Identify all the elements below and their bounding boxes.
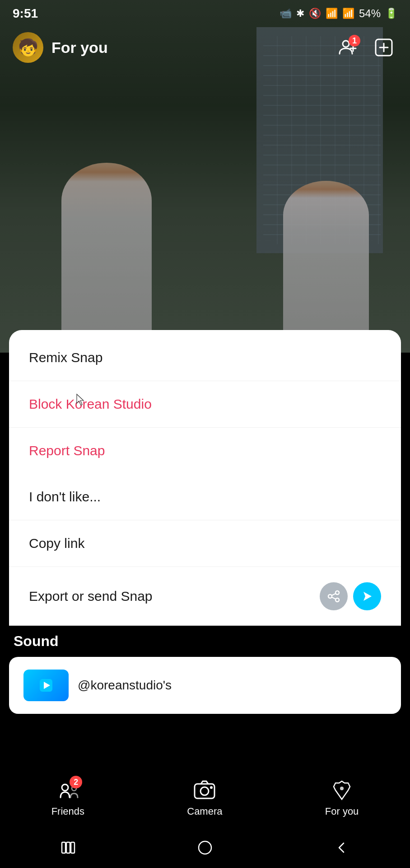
share-button[interactable] xyxy=(320,582,348,610)
context-menu: Remix Snap Block Korean Studio Report Sn… xyxy=(9,330,401,626)
camera-tab-label: Camera xyxy=(187,806,222,817)
status-bar: 9:51 📹 ✱ 🔇 📶 📶 54% 🔋 xyxy=(0,0,410,27)
menu-item-report[interactable]: Report Snap xyxy=(9,428,401,474)
svg-point-17 xyxy=(200,787,209,795)
report-label: Report Snap xyxy=(29,443,105,458)
for-you-tab-label: For you xyxy=(325,806,359,817)
svg-rect-24 xyxy=(71,842,75,853)
battery-icon: 🔋 xyxy=(385,8,397,19)
svg-rect-22 xyxy=(62,842,65,853)
menu-item-export[interactable]: Export or send Snap xyxy=(9,567,401,626)
send-icon xyxy=(360,589,374,604)
sound-card[interactable]: @koreanstudio's xyxy=(9,657,401,714)
top-nav: 🧒 For you 1 xyxy=(0,27,410,68)
svg-line-10 xyxy=(332,597,335,599)
svg-rect-23 xyxy=(66,842,70,853)
friend-request-badge: 1 xyxy=(349,35,360,47)
nav-right: 1 xyxy=(334,34,397,61)
menu-item-block[interactable]: Block Korean Studio xyxy=(9,381,401,428)
export-action-icons xyxy=(320,582,381,610)
back-icon xyxy=(334,840,350,856)
share-icon xyxy=(326,589,341,604)
svg-marker-11 xyxy=(363,592,372,601)
tab-for-you[interactable]: For you xyxy=(325,778,359,817)
tab-camera[interactable]: Camera xyxy=(187,778,222,817)
home-icon xyxy=(197,840,213,856)
nav-back[interactable] xyxy=(328,839,355,857)
nav-home[interactable] xyxy=(191,839,219,857)
svg-point-7 xyxy=(328,594,332,598)
copy-link-label: Copy link xyxy=(29,536,84,551)
svg-point-8 xyxy=(335,598,339,602)
page-title: For you xyxy=(51,39,108,57)
mute-icon: 🔇 xyxy=(309,8,321,19)
nav-left: 🧒 For you xyxy=(13,32,108,63)
camera-icon-container xyxy=(193,778,216,802)
wifi-icon: 📶 xyxy=(326,8,338,19)
sound-thumbnail xyxy=(23,670,69,701)
send-button[interactable] xyxy=(353,582,381,610)
status-icons: 📹 ✱ 🔇 📶 📶 54% 🔋 xyxy=(280,7,397,20)
svg-point-0 xyxy=(343,41,349,47)
avatar[interactable]: 🧒 xyxy=(13,32,43,63)
camera-icon: 📹 xyxy=(280,8,292,19)
nav-recents[interactable] xyxy=(55,839,82,857)
friends-badge: 2 xyxy=(70,776,82,788)
camera-icon xyxy=(193,778,216,802)
svg-point-25 xyxy=(199,841,211,854)
for-you-icon xyxy=(331,779,353,801)
battery-text: 54% xyxy=(359,7,381,20)
friends-icon-container: 2 xyxy=(56,778,79,802)
new-story-button[interactable] xyxy=(370,34,397,61)
svg-rect-16 xyxy=(195,784,214,798)
sound-section: Sound @koreanstudio's xyxy=(0,624,410,714)
svg-point-21 xyxy=(340,787,344,790)
recents-icon xyxy=(60,840,76,856)
music-icon xyxy=(38,677,54,693)
svg-line-9 xyxy=(332,594,335,595)
svg-point-18 xyxy=(210,786,213,789)
remix-label: Remix Snap xyxy=(29,350,102,365)
bluetooth-icon: ✱ xyxy=(296,8,304,19)
dislike-label: I don't like... xyxy=(29,489,101,505)
signal-icon: 📶 xyxy=(342,8,354,19)
menu-item-dislike[interactable]: I don't like... xyxy=(9,474,401,520)
status-time: 9:51 xyxy=(13,6,38,21)
system-nav xyxy=(0,827,410,868)
sound-username: @koreanstudio's xyxy=(78,678,172,693)
tab-friends[interactable]: 2 Friends xyxy=(51,778,84,817)
svg-point-14 xyxy=(62,784,68,791)
friends-tab-label: Friends xyxy=(51,806,84,817)
sound-title: Sound xyxy=(9,624,401,657)
add-friend-button[interactable]: 1 xyxy=(334,34,361,61)
bottom-nav: 2 Friends Camera For you xyxy=(0,769,410,827)
block-label: Block Korean Studio xyxy=(29,396,152,412)
menu-item-copy-link[interactable]: Copy link xyxy=(9,520,401,567)
svg-point-6 xyxy=(335,591,339,594)
for-you-icon-container xyxy=(330,778,354,802)
new-story-icon xyxy=(374,38,394,57)
menu-item-remix[interactable]: Remix Snap xyxy=(9,335,401,381)
export-label: Export or send Snap xyxy=(29,589,153,604)
